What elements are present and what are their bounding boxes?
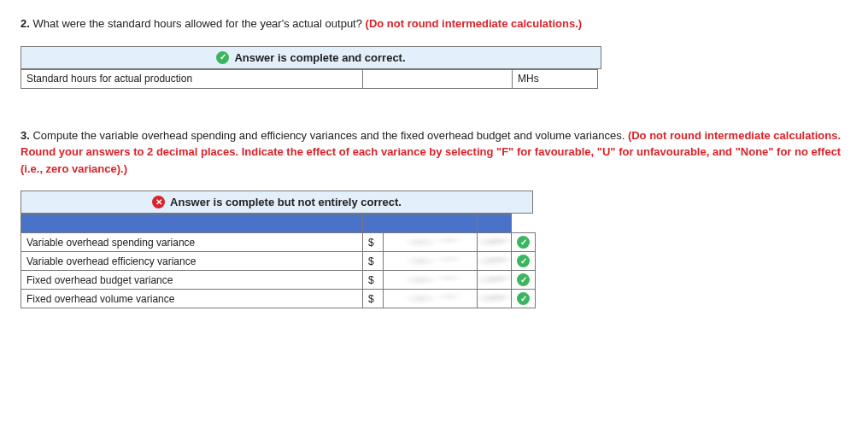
table-row: Fixed overhead budget variance $ ✓ xyxy=(21,271,536,290)
cell-flag[interactable] xyxy=(478,252,512,271)
cell-currency: $ xyxy=(363,290,384,308)
table-row: Variable overhead efficiency variance $ … xyxy=(21,252,536,271)
table-variances: Variable overhead spending variance $ ✓ … xyxy=(21,214,536,308)
question-2-number: 2. xyxy=(21,17,30,30)
cell-label: Variable overhead spending variance xyxy=(21,233,363,252)
cell-check: ✓ xyxy=(512,233,536,252)
cell-check: ✓ xyxy=(512,252,536,271)
status-text-partial: Answer is complete but not entirely corr… xyxy=(170,196,402,208)
cell-label: Standard hours for actual production xyxy=(21,69,363,88)
cell-unit: MHs xyxy=(513,69,598,88)
redacted-smudge xyxy=(384,271,477,289)
redacted-smudge xyxy=(384,252,477,270)
cell-currency: $ xyxy=(363,252,384,271)
cell-check: ✓ xyxy=(512,290,536,308)
cell-label: Fixed overhead volume variance xyxy=(21,290,363,308)
table-header-row xyxy=(21,214,536,233)
question-3-number: 3. xyxy=(21,129,30,142)
check-icon: ✓ xyxy=(517,273,530,286)
cell-currency: $ xyxy=(363,233,384,252)
table-row: Variable overhead spending variance $ ✓ xyxy=(21,233,536,252)
table-row: Fixed overhead volume variance $ ✓ xyxy=(21,290,536,308)
question-3-body: Compute the variable overhead spending a… xyxy=(32,129,627,142)
redacted-smudge xyxy=(478,252,511,270)
check-icon: ✓ xyxy=(517,236,530,249)
table-row: Standard hours for actual production MHs xyxy=(21,69,598,88)
header-cell xyxy=(478,214,512,233)
question-2-body: What were the standard hours allowed for… xyxy=(32,17,365,30)
redacted-smudge xyxy=(478,271,511,289)
cell-value[interactable] xyxy=(384,252,478,271)
cell-label: Fixed overhead budget variance xyxy=(21,271,363,290)
cell-value[interactable] xyxy=(363,69,513,88)
cell-flag[interactable] xyxy=(478,290,512,308)
redacted-smudge xyxy=(384,233,477,251)
redacted-smudge xyxy=(478,290,511,308)
cross-icon: ✕ xyxy=(152,196,165,208)
cell-label: Variable overhead efficiency variance xyxy=(21,252,363,271)
question-2: 2. What were the standard hours allowed … xyxy=(21,15,847,89)
cell-value[interactable] xyxy=(384,290,478,308)
check-icon: ✓ xyxy=(517,292,530,305)
cell-check: ✓ xyxy=(512,271,536,290)
status-bar-correct: ✓ Answer is complete and correct. xyxy=(21,46,601,69)
question-3: 3. Compute the variable overhead spendin… xyxy=(21,127,847,309)
header-cell xyxy=(363,214,478,233)
check-icon: ✓ xyxy=(216,51,229,64)
cell-value[interactable] xyxy=(384,233,478,252)
cell-value[interactable] xyxy=(384,271,478,290)
table-standard-hours: Standard hours for actual production MHs xyxy=(21,69,598,89)
question-2-text: 2. What were the standard hours allowed … xyxy=(21,15,847,32)
check-icon: ✓ xyxy=(517,255,530,267)
question-3-text: 3. Compute the variable overhead spendin… xyxy=(21,127,847,178)
cell-currency: $ xyxy=(363,271,384,290)
status-bar-partial: ✕ Answer is complete but not entirely co… xyxy=(21,191,533,214)
question-2-note: (Do not round intermediate calculations.… xyxy=(366,17,583,30)
redacted-smudge xyxy=(478,233,511,251)
status-text-correct: Answer is complete and correct. xyxy=(234,51,405,64)
cell-flag[interactable] xyxy=(478,271,512,290)
header-cell xyxy=(21,214,363,233)
cell-flag[interactable] xyxy=(478,233,512,252)
redacted-smudge xyxy=(384,290,477,308)
